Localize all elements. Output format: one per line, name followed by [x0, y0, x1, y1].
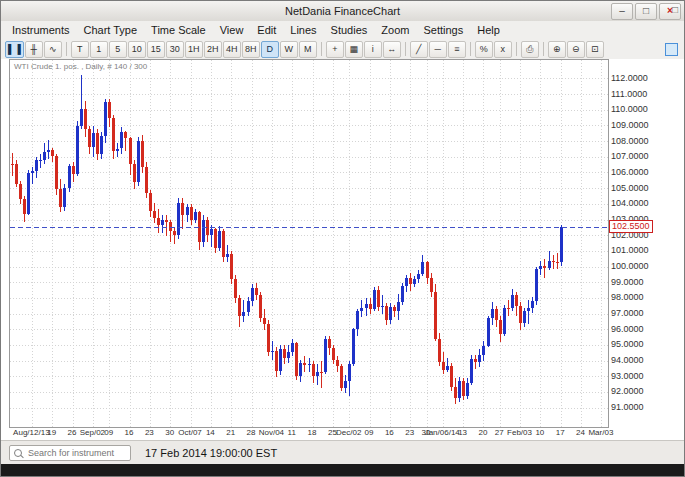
toolbar-separator	[405, 42, 406, 56]
menu-item-zoom[interactable]: Zoom	[374, 21, 416, 39]
price-label: 102.5500	[609, 220, 653, 233]
x-axis-label: Oct/07	[178, 428, 202, 437]
bar-chart-icon[interactable]: ╫	[25, 41, 43, 58]
minimize-button[interactable]: –	[611, 3, 633, 20]
bottom-strip	[1, 464, 684, 477]
search-icon	[14, 449, 22, 457]
x-axis-label: 24	[576, 428, 585, 437]
interval-30m-button[interactable]: 30	[166, 41, 184, 58]
y-axis-label: 110.0000	[611, 104, 648, 114]
x-axis-label: 19	[47, 428, 56, 437]
grid-icon[interactable]: ▦	[345, 41, 363, 58]
x-axis-label: 14	[206, 428, 215, 437]
y-axis-label: 109.0000	[611, 120, 649, 130]
interval-15m-button[interactable]: 15	[147, 41, 165, 58]
interval-2h-button[interactable]: 2H	[204, 41, 222, 58]
y-axis-label: 92.0000	[611, 386, 644, 396]
status-timestamp: 17 Feb 2014 19:00:00 EST	[145, 447, 277, 459]
x-axis-label: 27	[495, 428, 504, 437]
x-axis-label: 16	[385, 428, 394, 437]
y-axis-label: 101.0000	[611, 245, 649, 255]
menu-item-time-scale[interactable]: Time Scale	[144, 21, 213, 39]
pan-icon[interactable]: ↔	[383, 41, 401, 58]
zoom-select-icon[interactable]: ⊡	[586, 41, 604, 58]
y-axis-label: 97.0000	[611, 308, 644, 318]
price-chart[interactable]	[9, 59, 609, 428]
x-axis-label: Feb/03	[507, 428, 532, 437]
interval-weekly-button[interactable]: W	[280, 41, 298, 58]
x-axis-label: 17	[556, 428, 565, 437]
menu-item-chart-type[interactable]: Chart Type	[76, 21, 144, 39]
x-axis[interactable]: Aug/12/131926Sep/0209162330Oct/07142128N…	[9, 428, 609, 440]
y-axis-label: 111.0000	[611, 89, 647, 99]
search-box[interactable]	[9, 445, 131, 461]
x-axis-label: 21	[226, 428, 235, 437]
percent-scale-icon[interactable]: %	[475, 41, 493, 58]
x-axis-label: 23	[145, 428, 154, 437]
search-input[interactable]	[26, 447, 126, 459]
info-icon[interactable]: i	[364, 41, 382, 58]
x-axis-label: 10	[535, 428, 544, 437]
menu-item-view[interactable]: View	[213, 21, 251, 39]
menu-bar: InstrumentsChart TypeTime ScaleViewEditL…	[1, 21, 684, 39]
x-axis-label: 23	[405, 428, 414, 437]
x-axis-label: 09	[365, 428, 374, 437]
x-axis-label: Mar/03	[588, 428, 613, 437]
status-bar: 17 Feb 2014 19:00:00 EST	[1, 440, 684, 465]
zoom-in-icon[interactable]: ⊕	[548, 41, 566, 58]
window-title: NetDania FinanceChart	[285, 5, 400, 17]
y-axis-label: 93.0000	[611, 371, 644, 381]
print-icon[interactable]: ⎙	[521, 41, 539, 58]
y-axis-label: 100.0000	[611, 261, 649, 271]
horizontal-line-icon[interactable]: ─	[429, 41, 447, 58]
x-axis-label: Jan/06/14	[425, 428, 460, 437]
menu-item-help[interactable]: Help	[470, 21, 507, 39]
y-axis-label: 91.0000	[611, 402, 644, 412]
x-axis-label: 09	[104, 428, 113, 437]
trendline-icon[interactable]: ╱	[410, 41, 428, 58]
y-axis-label: 99.0000	[611, 277, 644, 287]
y-axis-label: 95.0000	[611, 339, 644, 349]
y-axis-label: 96.0000	[611, 324, 644, 334]
x-axis-label: Sep/02	[80, 428, 105, 437]
menu-item-settings[interactable]: Settings	[416, 21, 470, 39]
menu-item-studies[interactable]: Studies	[324, 21, 375, 39]
y-axis-label: 106.0000	[611, 167, 649, 177]
x-axis-label: 16	[125, 428, 134, 437]
toolbar-separator	[66, 42, 67, 56]
title-bar[interactable]: NetDania FinanceChart – □ ×	[1, 1, 684, 22]
y-axis-label: 105.0000	[611, 183, 649, 193]
window-controls: – □ ×	[611, 3, 681, 20]
line-chart-icon[interactable]: ∿	[44, 41, 62, 58]
interval-1h-button[interactable]: 1H	[185, 41, 203, 58]
fibonacci-icon[interactable]: ≡	[448, 41, 466, 58]
clear-drawings-icon[interactable]: x	[494, 41, 512, 58]
zoom-out-icon[interactable]: ⊖	[567, 41, 585, 58]
y-axis-label: 98.0000	[611, 292, 644, 302]
restore-panel-icon[interactable]: □	[672, 4, 678, 15]
chart-panel-icon[interactable]	[665, 43, 678, 56]
interval-daily-button[interactable]: D	[261, 41, 279, 58]
interval-10m-button[interactable]: 10	[128, 41, 146, 58]
menu-item-instruments[interactable]: Instruments	[5, 21, 76, 39]
interval-4h-button[interactable]: 4H	[223, 41, 241, 58]
toolbar-separator	[470, 42, 471, 56]
x-axis-label: 11	[288, 428, 296, 437]
y-axis-label: 107.0000	[611, 151, 649, 161]
menu-item-edit[interactable]: Edit	[250, 21, 283, 39]
crosshair-icon[interactable]: +	[326, 41, 344, 58]
y-axis-label: 104.0000	[611, 198, 649, 208]
y-axis-label: 112.0000	[611, 73, 648, 83]
interval-5m-button[interactable]: 5	[109, 41, 127, 58]
interval-8h-button[interactable]: 8H	[242, 41, 260, 58]
x-axis-label: Aug/12/13	[13, 428, 49, 437]
x-axis-label: Dec/02	[336, 428, 361, 437]
y-axis[interactable]: 112.0000111.0000110.0000109.0000108.0000…	[611, 59, 684, 429]
interval-1m-button[interactable]: 1	[90, 41, 108, 58]
interval-tick-button[interactable]: T	[71, 41, 89, 58]
app-window: NetDania FinanceChart – □ × InstrumentsC…	[0, 0, 685, 477]
candlestick-chart-icon[interactable]: ▌▐	[5, 41, 24, 58]
menu-item-lines[interactable]: Lines	[283, 21, 323, 39]
maximize-button[interactable]: □	[635, 3, 657, 20]
interval-monthly-button[interactable]: M	[299, 41, 317, 58]
